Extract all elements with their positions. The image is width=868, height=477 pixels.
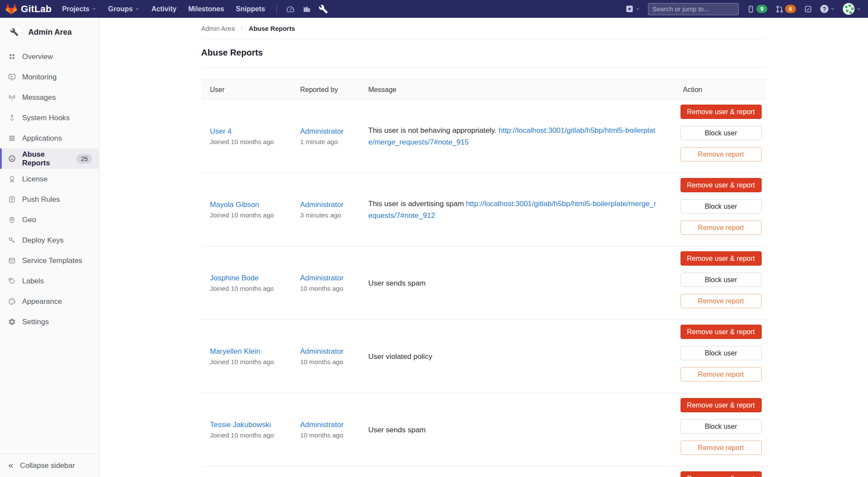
reported-time-text: 10 months ago — [300, 358, 368, 365]
breadcrumb-current: Abuse Reports — [249, 25, 295, 32]
sidebar-item-deploy-keys[interactable]: Deploy Keys — [0, 230, 99, 250]
column-header-reported-by: Reported by — [300, 80, 368, 100]
user-joined-text: Joined 10 months ago — [210, 431, 300, 439]
sidebar-item-label: Overview — [22, 53, 53, 61]
sidebar-title: Admin Area — [28, 28, 72, 37]
sidebar-item-monitoring[interactable]: Monitoring — [0, 67, 99, 87]
todos-button[interactable] — [804, 5, 812, 13]
sidebar-item-label: Monitoring — [22, 73, 56, 82]
reporter-link[interactable]: Administrator — [300, 274, 344, 282]
issues-count-badge: 9 — [756, 5, 767, 13]
remove-user-and-report-button[interactable]: Remove user & report — [681, 471, 762, 477]
remove-user-and-report-button[interactable]: Remove user & report — [681, 251, 762, 266]
navbar-left: GitLab Projects Groups Activity Mileston… — [6, 0, 335, 18]
user-menu-button[interactable] — [843, 3, 861, 15]
block-user-button[interactable]: Block user — [681, 199, 762, 214]
abuse-report-row: Tessie Jakubowski Joined 10 months ago A… — [201, 393, 766, 467]
hook-icon — [8, 114, 16, 122]
nav-snippets-label: Snippets — [236, 5, 265, 13]
remove-report-button[interactable]: Remove report — [681, 147, 762, 161]
nav-milestones[interactable]: Milestones — [188, 5, 224, 13]
sidebar-context-header[interactable]: Admin Area — [0, 18, 99, 46]
block-user-button[interactable]: Block user — [681, 419, 762, 434]
report-message-text: This user is advertising spam — [368, 200, 464, 208]
sidebar-item-labels[interactable]: Labels — [0, 271, 99, 291]
remove-report-button[interactable]: Remove report — [681, 441, 762, 455]
remove-report-button[interactable]: Remove report — [681, 367, 762, 382]
breadcrumb: Admin Area Abuse Reports — [201, 18, 766, 39]
wrench-icon — [10, 28, 19, 36]
sidebar-item-label: License — [22, 175, 48, 184]
reporter-link[interactable]: Administrator — [300, 347, 344, 355]
sidebar-item-messages[interactable]: Messages — [0, 87, 99, 108]
remove-user-and-report-button[interactable]: Remove user & report — [681, 178, 762, 192]
sidebar-item-appearance[interactable]: Appearance — [0, 291, 99, 312]
merge-requests-count-badge: 6 — [785, 5, 796, 13]
remove-user-and-report-button[interactable]: Remove user & report — [681, 105, 762, 119]
remove-user-and-report-button[interactable]: Remove user & report — [681, 325, 762, 339]
sidebar-item-label: Service Templates — [22, 257, 82, 265]
block-user-button[interactable]: Block user — [681, 346, 762, 360]
top-navbar: GitLab Projects Groups Activity Mileston… — [0, 0, 868, 18]
chevron-down-icon — [856, 7, 861, 11]
sidebar-item-overview[interactable]: Overview — [0, 46, 99, 67]
analytics-chart-icon[interactable] — [302, 4, 312, 14]
frown-face-icon — [8, 155, 16, 163]
dashboard-gauge-icon[interactable] — [286, 4, 295, 14]
report-message-text: User violated policy — [368, 352, 432, 361]
applications-grid-icon — [8, 134, 16, 142]
abuse-reports-table: User Reported by Message Action User 4 J… — [201, 79, 766, 477]
reported-time-text: 3 minutes ago — [300, 211, 368, 219]
abuse-report-row: Mayola Gibson Joined 10 months ago Admin… — [201, 173, 766, 247]
sidebar-item-settings[interactable]: Settings — [0, 312, 99, 332]
sidebar-item-label: Geo — [22, 216, 36, 224]
sidebar-item-service-templates[interactable]: Service Templates — [0, 250, 99, 271]
sidebar-item-applications[interactable]: Applications — [0, 128, 99, 148]
nav-groups[interactable]: Groups — [108, 5, 140, 13]
sidebar-item-label: Deploy Keys — [22, 236, 63, 245]
remove-report-button[interactable]: Remove report — [681, 294, 762, 308]
medal-icon — [8, 175, 16, 183]
sidebar-item-push-rules[interactable]: Push Rules — [0, 189, 99, 210]
nav-snippets[interactable]: Snippets — [236, 5, 265, 13]
reported-user-link[interactable]: Tessie Jakubowski — [210, 421, 271, 429]
block-user-button[interactable]: Block user — [681, 126, 762, 140]
reporter-link[interactable]: Administrator — [300, 421, 344, 429]
todo-check-icon — [804, 5, 812, 13]
abuse-report-row: Josphine Bode Joined 10 months ago Admin… — [201, 247, 766, 320]
reported-user-link[interactable]: Mayola Gibson — [210, 201, 259, 209]
admin-wrench-icon[interactable] — [319, 4, 328, 14]
sidebar-item-abuse-reports[interactable]: Abuse Reports 25 — [0, 148, 99, 169]
template-card-icon — [8, 257, 16, 265]
issues-button[interactable]: 9 — [746, 5, 767, 13]
user-joined-text: Joined 10 months ago — [210, 285, 300, 292]
report-message-text: User sends spam — [368, 426, 426, 434]
merge-requests-button[interactable]: 6 — [775, 5, 796, 13]
nav-activity[interactable]: Activity — [151, 5, 177, 13]
reported-user-link[interactable]: Maryellen Klein — [210, 347, 260, 355]
reporter-link[interactable]: Administrator — [300, 201, 344, 209]
reported-user-link[interactable]: Josphine Bode — [210, 274, 259, 282]
new-menu-button[interactable] — [625, 5, 640, 13]
gitlab-brand-text: GitLab — [21, 3, 52, 15]
gitlab-home-link[interactable]: GitLab — [6, 3, 52, 15]
sidebar-item-label: Settings — [22, 318, 49, 326]
search-input[interactable] — [652, 5, 739, 13]
block-user-button[interactable]: Block user — [681, 273, 762, 287]
sidebar-item-license[interactable]: License — [0, 169, 99, 189]
collapse-sidebar-button[interactable]: Collapse sidebar — [0, 454, 99, 477]
user-joined-text: Joined 10 months ago — [210, 358, 300, 365]
admin-sidebar: Admin Area Overview Monitoring Messages … — [0, 18, 99, 477]
nav-projects[interactable]: Projects — [62, 5, 96, 13]
sidebar-item-system-hooks[interactable]: System Hooks — [0, 108, 99, 128]
abuse-report-row: User 4 Joined 10 months ago Administrato… — [201, 100, 766, 173]
chevron-down-icon — [135, 7, 140, 11]
reported-user-link[interactable]: User 4 — [210, 127, 232, 135]
breadcrumb-admin-area-link[interactable]: Admin Area — [201, 25, 235, 32]
remove-report-button[interactable]: Remove report — [681, 220, 762, 235]
help-button[interactable]: ? — [820, 5, 835, 13]
reporter-link[interactable]: Administrator — [300, 127, 344, 135]
column-header-action: Action — [681, 80, 766, 100]
sidebar-item-geo[interactable]: Geo — [0, 210, 99, 230]
remove-user-and-report-button[interactable]: Remove user & report — [681, 398, 762, 412]
